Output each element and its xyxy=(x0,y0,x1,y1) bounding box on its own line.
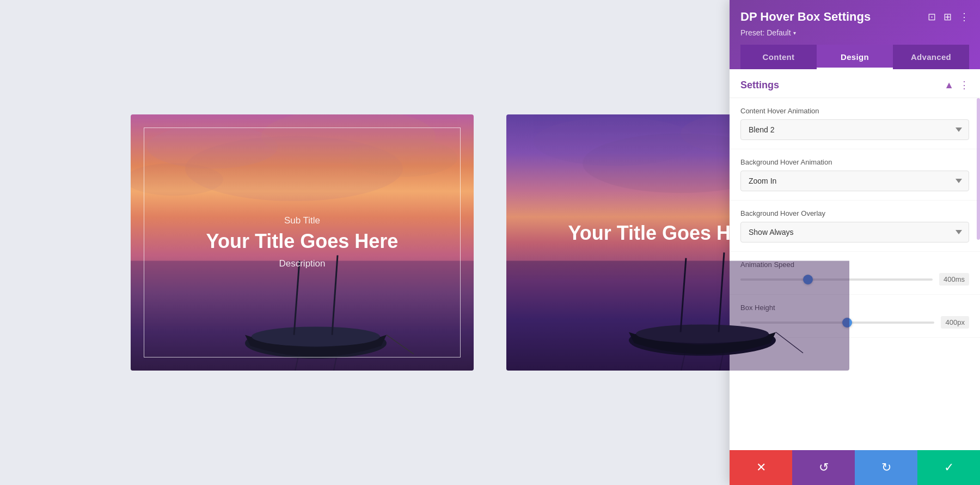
more-icon[interactable]: ⋮ xyxy=(959,11,969,23)
cancel-button[interactable]: ✕ xyxy=(730,450,792,485)
content-hover-animation-select[interactable]: Blend 2 None Blend 1 Blend 3 Slide Up Sl… xyxy=(740,119,969,140)
redo-icon: ↻ xyxy=(881,460,891,475)
cancel-icon: ✕ xyxy=(756,460,766,475)
animation-speed-value: 400ms xyxy=(939,273,969,286)
section-header-icons: ▲ ⋮ xyxy=(944,79,969,91)
svg-point-7 xyxy=(252,326,380,346)
panel-preset[interactable]: Preset: Default ▾ xyxy=(740,28,969,37)
columns-icon[interactable]: ⊞ xyxy=(944,11,952,23)
section-more-icon[interactable]: ⋮ xyxy=(959,79,969,91)
panel-header: DP Hover Box Settings ⊡ ⊞ ⋮ Preset: Defa… xyxy=(730,0,980,69)
background-hover-animation-group: Background Hover Animation Zoom In None … xyxy=(730,149,980,201)
content-hover-animation-group: Content Hover Animation Blend 2 None Ble… xyxy=(730,98,980,149)
hover-box-1-description: Description xyxy=(165,259,439,270)
hover-box-1-title: Your Title Goes Here xyxy=(165,229,439,253)
hover-box-1-content: Sub Title Your Title Goes Here Descripti… xyxy=(165,215,439,269)
tab-content[interactable]: Content xyxy=(740,45,817,69)
background-hover-animation-label: Background Hover Animation xyxy=(740,158,969,166)
collapse-icon[interactable]: ▲ xyxy=(944,80,954,91)
content-hover-animation-label: Content Hover Animation xyxy=(740,107,969,115)
panel-tabs: Content Design Advanced xyxy=(740,45,969,69)
box-height-value: 400px xyxy=(941,316,969,329)
panel-title: DP Hover Box Settings xyxy=(740,10,871,24)
hover-box-2-title: Your Title Goes H xyxy=(568,222,731,245)
expand-icon[interactable]: ⊡ xyxy=(928,11,936,23)
hover-box-1[interactable]: Sub Title Your Title Goes Here Descripti… xyxy=(131,114,474,371)
tab-design[interactable]: Design xyxy=(817,45,893,69)
scroll-indicator[interactable] xyxy=(977,98,980,240)
hover-box-2-content: Your Title Goes H xyxy=(568,222,731,245)
section-header: Settings ▲ ⋮ xyxy=(730,69,980,98)
preset-label: Preset: Default xyxy=(740,28,791,37)
redo-button[interactable]: ↻ xyxy=(855,450,917,485)
save-button[interactable]: ✓ xyxy=(917,450,980,485)
section-title: Settings xyxy=(740,80,779,91)
hover-box-1-subtitle: Sub Title xyxy=(165,215,439,226)
background-hover-animation-select[interactable]: Zoom In None Zoom Out Slide Pan xyxy=(740,171,969,191)
action-bar: ✕ ↺ ↻ ✓ xyxy=(730,450,980,485)
panel-title-icons: ⊡ ⊞ ⋮ xyxy=(928,11,969,23)
undo-button[interactable]: ↺ xyxy=(792,450,855,485)
save-icon: ✓ xyxy=(944,460,954,475)
panel-title-row: DP Hover Box Settings ⊡ ⊞ ⋮ xyxy=(740,10,969,24)
preset-arrow: ▾ xyxy=(793,30,796,36)
svg-point-19 xyxy=(636,324,769,343)
background-hover-overlay-label: Background Hover Overlay xyxy=(740,209,969,217)
tab-advanced[interactable]: Advanced xyxy=(893,45,969,69)
undo-icon: ↺ xyxy=(819,460,829,475)
